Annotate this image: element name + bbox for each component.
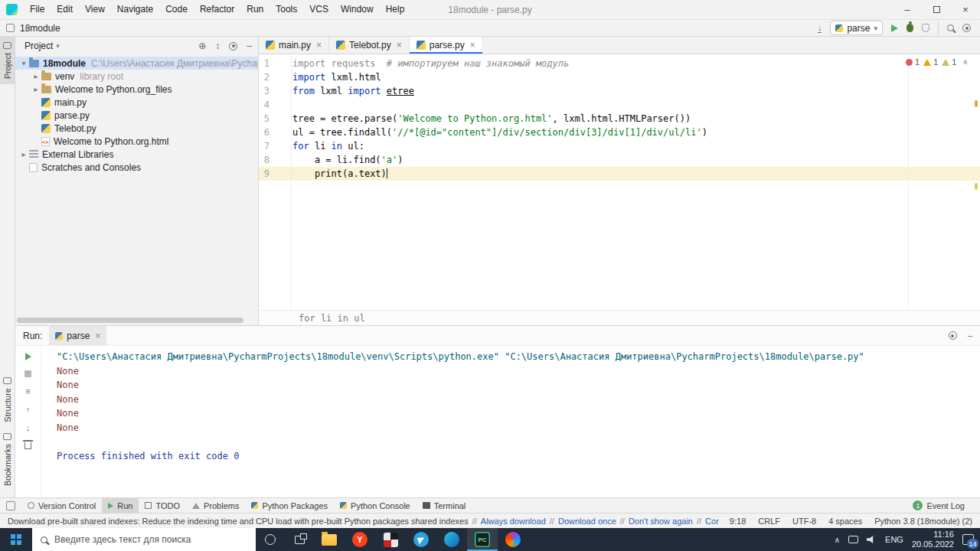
tree-item-telebot-py[interactable]: Telebot.py	[15, 122, 258, 135]
tab-parse-py[interactable]: parse.py×	[410, 37, 483, 54]
close-button[interactable]: ×	[951, 0, 980, 19]
status-9-18[interactable]: 9:18	[730, 517, 746, 526]
tab-main-py[interactable]: main.py×	[259, 37, 329, 54]
menu-tools[interactable]: Tools	[270, 0, 303, 19]
action-center-icon[interactable]: 14	[962, 534, 974, 545]
taskbar-search[interactable]: Введите здесь текст для поиска	[32, 528, 256, 551]
scroll-up-icon[interactable]: ↑	[26, 406, 31, 414]
stripe-tab-bookmarks[interactable]: Bookmarks	[0, 428, 15, 491]
debug-button[interactable]	[906, 24, 913, 32]
menu-help[interactable]: Help	[380, 0, 411, 19]
code-line[interactable]: 7for li in ul:	[259, 139, 980, 153]
status-link-don-t-show-again[interactable]: Don't show again	[629, 517, 693, 526]
taskbar-clock[interactable]: 11:16 20.05.2022	[912, 530, 954, 549]
close-icon[interactable]: ×	[397, 40, 402, 51]
panel-settings-icon[interactable]	[229, 42, 237, 51]
chevron-right-icon[interactable]: ▸	[18, 150, 29, 158]
status-link-always-download[interactable]: Always download	[481, 517, 546, 526]
code-line[interactable]: 2import lxml.html	[259, 70, 980, 84]
tree-item-venv[interactable]: ▸venvlibrary root	[15, 70, 258, 83]
tree-item-external-libraries[interactable]: ▸External Libraries	[15, 148, 258, 161]
breadcrumb[interactable]: 18module	[20, 23, 60, 34]
console-stdout-line[interactable]: None	[57, 364, 974, 379]
maximize-button[interactable]	[922, 0, 951, 19]
code-line[interactable]: 6ul = tree.findall('//*[@id="content"]/d…	[259, 126, 980, 139]
code-line[interactable]: 1import requests # импортируем наш знако…	[259, 57, 980, 70]
rerun-icon[interactable]	[25, 353, 31, 360]
console-stdout-line[interactable]: None	[57, 406, 974, 421]
taskbar-app-explorer[interactable]	[314, 528, 345, 551]
close-icon[interactable]: ×	[95, 331, 100, 341]
tool-window-switcher-icon[interactable]	[6, 501, 15, 510]
console-command[interactable]: "C:\Users\Анастасия Дмитриевна\PycharmPr…	[57, 350, 974, 364]
locate-file-icon[interactable]: ⊕	[198, 41, 206, 51]
stripe-tab-structure[interactable]: Structure	[0, 372, 15, 428]
project-horizontal-scrollbar[interactable]	[17, 318, 243, 323]
chevron-down-icon[interactable]: ▾	[18, 59, 29, 67]
collapse-all-icon[interactable]: ↕	[215, 41, 220, 51]
settings-gear-icon[interactable]	[962, 24, 971, 32]
status-utf-8[interactable]: UTF-8	[792, 517, 816, 526]
menu-file[interactable]: File	[24, 0, 51, 19]
hide-run-panel-icon[interactable]: –	[968, 331, 972, 340]
console-output[interactable]: "C:\Users\Анастасия Дмитриевна\PycharmPr…	[41, 346, 980, 497]
task-view-button[interactable]	[285, 528, 314, 551]
tablet-mode-icon[interactable]	[848, 536, 858, 543]
start-button[interactable]	[0, 528, 32, 551]
tree-item-parse-py[interactable]: parse.py	[15, 109, 258, 122]
run-settings-icon[interactable]	[949, 331, 957, 340]
tool-tab-problems[interactable]: Problems	[186, 498, 245, 513]
cortana-button[interactable]	[256, 528, 285, 551]
taskbar-app-checkered-app[interactable]	[375, 528, 406, 551]
volume-icon[interactable]	[867, 536, 877, 544]
status-link-configure[interactable]: Configure...	[705, 517, 719, 526]
menu-code[interactable]: Code	[159, 0, 194, 19]
error-stripe-mark[interactable]	[975, 183, 978, 190]
menu-view[interactable]: View	[79, 0, 111, 19]
run-tab-parse[interactable]: parse ×	[49, 326, 106, 345]
taskbar-app-telegram[interactable]	[406, 528, 436, 551]
tool-tab-version-control[interactable]: Version Control	[21, 498, 102, 513]
console-stdout-line[interactable]: None	[57, 421, 974, 435]
tree-item-main-py[interactable]: main.py	[15, 96, 258, 109]
update-project-icon[interactable]: ↓	[818, 24, 822, 33]
menu-vcs[interactable]: VCS	[303, 0, 335, 19]
tree-item-welcome-to-python-org-files[interactable]: ▸Welcome to Python.org_files	[15, 83, 258, 96]
close-icon[interactable]: ×	[316, 40, 322, 51]
minimize-button[interactable]: –	[893, 0, 922, 19]
tool-tab-todo[interactable]: TODO	[139, 498, 186, 513]
status-crlf[interactable]: CRLF	[758, 517, 780, 526]
code-area[interactable]: 1import requests # импортируем наш знако…	[259, 54, 980, 310]
chevron-right-icon[interactable]: ▸	[31, 85, 41, 93]
tab-telebot-py[interactable]: Telebot.py×	[329, 37, 410, 54]
inspections-widget[interactable]: 1 1 1 ∧	[906, 57, 968, 67]
taskbar-app-browser[interactable]	[498, 528, 528, 551]
code-line[interactable]: 5tree = etree.parse('Welcome to Python.o…	[259, 112, 980, 126]
console-stdout-line[interactable]: None	[57, 393, 974, 407]
hidden-icons-chevron[interactable]: ∧	[835, 536, 840, 544]
taskbar-app-blue-app[interactable]	[436, 528, 467, 551]
run-config-selector[interactable]: parse ▾	[830, 21, 883, 35]
tree-item-welcome-to-python-org-html[interactable]: Welcome to Python.org.html	[15, 135, 258, 148]
status-link-download-once[interactable]: Download once	[558, 517, 616, 526]
hide-panel-icon[interactable]: –	[247, 41, 252, 51]
language-indicator[interactable]: ENG	[885, 535, 903, 544]
menu-refactor[interactable]: Refactor	[194, 0, 240, 19]
console-stdout-line[interactable]: None	[57, 378, 974, 393]
scroll-down-icon[interactable]: ↓	[26, 424, 31, 432]
tree-item-scratches-and-consoles[interactable]: Scratches and Consoles	[15, 161, 258, 174]
stop-icon[interactable]	[24, 370, 31, 377]
chevron-down-icon[interactable]: ▾	[56, 42, 60, 50]
error-stripe-mark[interactable]	[975, 100, 978, 107]
search-everywhere-icon[interactable]	[947, 24, 954, 31]
console-exit-line[interactable]: Process finished with exit code 0	[57, 449, 974, 464]
status-4-spaces[interactable]: 4 spaces	[828, 517, 862, 526]
tool-tab-terminal[interactable]: Terminal	[416, 498, 472, 513]
tool-tab-python-console[interactable]: Python Console	[334, 498, 416, 513]
restore-layout-icon[interactable]: ≡	[25, 387, 30, 396]
code-line[interactable]: 3from lxml import etree	[259, 84, 980, 98]
tool-tab-run[interactable]: Run	[102, 498, 139, 513]
tool-tab-event-log[interactable]: 1Event Log	[906, 498, 971, 513]
code-line[interactable]: 9 print(a.text)	[259, 167, 980, 181]
run-button[interactable]	[891, 24, 898, 32]
